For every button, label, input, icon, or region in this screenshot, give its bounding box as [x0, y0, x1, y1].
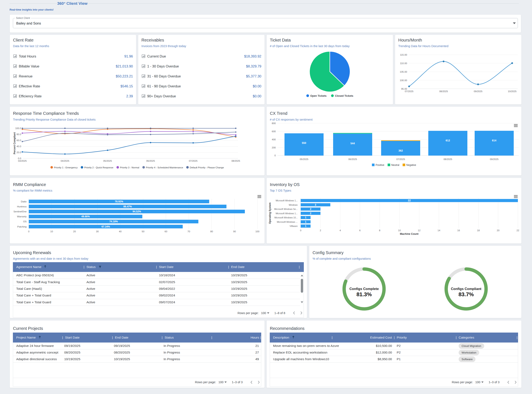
svg-text:1: 1 — [305, 220, 306, 223]
svg-text:Negative: Negative — [406, 164, 416, 166]
svg-text:08/2025: 08/2025 — [231, 160, 240, 162]
svg-text:400: 400 — [271, 138, 276, 141]
svg-text:20: 20 — [497, 229, 499, 232]
svg-text:4: 4 — [339, 229, 341, 232]
svg-text:80.0: 80.0 — [16, 133, 21, 135]
svg-text:86.47%: 86.47% — [123, 205, 132, 208]
svg-text:362: 362 — [398, 149, 403, 152]
svg-text:0: 0 — [28, 230, 29, 233]
svg-text:Configs Compliant: Configs Compliant — [451, 287, 482, 291]
svg-text:10/2025: 10/2025 — [508, 90, 516, 93]
svg-text:90: 90 — [233, 230, 236, 233]
svg-text:Microsoft Windows ...: Microsoft Windows ... — [277, 221, 298, 223]
svg-text:22: 22 — [516, 229, 519, 232]
svg-text:20: 20 — [73, 230, 76, 233]
svg-text:22: 22 — [408, 199, 411, 202]
svg-text:Open Tickets: Open Tickets — [310, 94, 326, 97]
svg-text:74.18%: 74.18% — [109, 220, 118, 223]
svg-text:08/2025: 08/2025 — [443, 158, 452, 161]
svg-text:Priority 4 - Scheduled Mainten: Priority 4 - Scheduled Maintenance — [146, 166, 183, 169]
svg-text:07/2025: 07/2025 — [189, 160, 197, 162]
svg-text:16: 16 — [457, 229, 460, 232]
svg-text:50: 50 — [142, 230, 144, 233]
svg-text:60: 60 — [165, 230, 167, 233]
svg-text:30: 30 — [96, 230, 99, 233]
svg-text:70: 70 — [187, 230, 190, 233]
svg-text:2: 2 — [310, 212, 311, 215]
svg-text:Neutral: Neutral — [391, 164, 399, 166]
svg-text:OS: OS — [23, 220, 27, 223]
svg-text:Microsoft Windows 10...: Microsoft Windows 10... — [274, 216, 297, 219]
svg-text:94.52%: 94.52% — [133, 210, 141, 213]
svg-text:05/2025: 05/2025 — [300, 158, 309, 161]
svg-text:Patching: Patching — [17, 225, 27, 228]
svg-text:100: 100 — [255, 230, 259, 233]
svg-text:Datto: Datto — [21, 200, 27, 203]
svg-text:83.7%: 83.7% — [458, 291, 474, 297]
svg-text:10: 10 — [398, 229, 401, 232]
svg-text:550: 550 — [302, 142, 306, 145]
svg-text:Configs Complete: Configs Complete — [349, 287, 379, 291]
svg-text:200: 200 — [271, 146, 276, 149]
svg-text:06/2025: 06/2025 — [146, 160, 155, 162]
svg-text:81.3%: 81.3% — [356, 291, 372, 297]
svg-text:1: 1 — [305, 216, 306, 219]
svg-text:100.0: 100.0 — [15, 127, 21, 130]
svg-text:60.0: 60.0 — [16, 139, 21, 142]
svg-text:09/2025: 09/2025 — [490, 158, 499, 161]
svg-text:67.34%: 67.34% — [101, 225, 110, 228]
svg-text:Closed Tickets: Closed Tickets — [335, 94, 353, 97]
svg-text:14: 14 — [437, 229, 440, 232]
svg-text:544: 544 — [350, 142, 355, 145]
svg-text:0: 0 — [300, 229, 301, 232]
svg-text:Priority 1 - Emergency: Priority 1 - Emergency — [54, 166, 78, 169]
svg-text:18: 18 — [477, 229, 480, 232]
svg-text:07/2025: 07/2025 — [404, 90, 413, 93]
svg-text:10: 10 — [50, 230, 53, 233]
svg-text:2: 2 — [310, 207, 311, 211]
svg-text:100.00: 100.00 — [400, 79, 407, 82]
svg-text:04/2025: 04/2025 — [60, 160, 69, 162]
svg-text:49.66%: 49.66% — [81, 215, 90, 218]
svg-text:08/2025: 08/2025 — [439, 90, 448, 93]
svg-text:07/2025: 07/2025 — [396, 158, 405, 161]
svg-text:Microsoft Windows 1...: Microsoft Windows 1... — [276, 199, 298, 202]
svg-text:20.0: 20.0 — [16, 151, 21, 154]
svg-text:78.92%: 78.92% — [115, 200, 123, 203]
svg-text:600: 600 — [271, 130, 276, 133]
svg-text:Percent Compliant: Percent Compliant — [13, 132, 16, 154]
svg-text:03/2025: 03/2025 — [18, 160, 27, 162]
svg-text:Default Priority - Please Chan: Default Priority - Please Change — [190, 166, 224, 169]
svg-text:0.0: 0.0 — [18, 157, 21, 160]
svg-text:0: 0 — [274, 154, 276, 157]
svg-text:40.0: 40.0 — [16, 145, 21, 148]
svg-text:800: 800 — [271, 122, 276, 124]
svg-text:612: 612 — [446, 139, 450, 142]
svg-text:3: 3 — [315, 203, 316, 206]
svg-text:Machine Count: Machine Count — [400, 233, 419, 235]
svg-text:110.00: 110.00 — [400, 62, 407, 65]
svg-text:Microsoft Windows 1...: Microsoft Windows 1... — [276, 212, 298, 215]
svg-text:Positive: Positive — [376, 164, 384, 166]
svg-text:2: 2 — [320, 229, 321, 232]
svg-text:Warranty: Warranty — [17, 215, 27, 218]
svg-text:12: 12 — [418, 229, 420, 232]
svg-text:40: 40 — [119, 230, 122, 233]
svg-text:614: 614 — [492, 139, 496, 142]
svg-text:Priority 2 - Quick Response: Priority 2 - Quick Response — [84, 166, 113, 169]
svg-text:95.00: 95.00 — [401, 88, 407, 90]
svg-text:8: 8 — [379, 229, 380, 232]
svg-text:105.00: 105.00 — [400, 71, 407, 73]
svg-text:Windows: Windows — [289, 204, 298, 206]
svg-text:Microsoft Windows Se...: Microsoft Windows Se... — [274, 208, 298, 210]
svg-text:SentinelOne: SentinelOne — [13, 210, 27, 213]
svg-text:Operating System: Operating System — [268, 203, 271, 224]
svg-text:1: 1 — [305, 225, 306, 228]
svg-text:Priority 3 - Normal: Priority 3 - Normal — [120, 166, 139, 169]
svg-text:115.00: 115.00 — [400, 54, 407, 56]
svg-text:VMware: VMware — [289, 225, 298, 227]
svg-text:06/2025: 06/2025 — [348, 158, 357, 161]
svg-text:05/2025: 05/2025 — [103, 160, 112, 162]
svg-text:6: 6 — [359, 229, 360, 232]
svg-text:Huntress: Huntress — [17, 205, 27, 208]
